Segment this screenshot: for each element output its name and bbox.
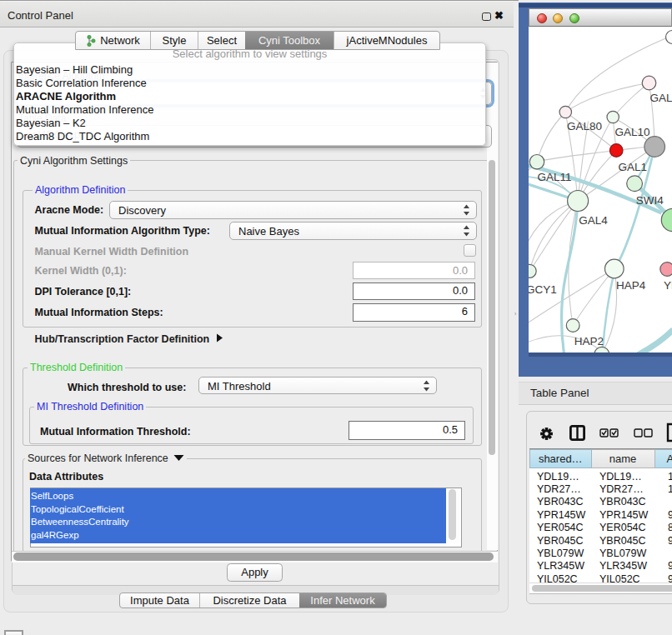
svg-text:GAL1: GAL1	[618, 160, 647, 172]
svg-text:YD: YD	[663, 279, 672, 292]
svg-text:GAL10: GAL10	[614, 125, 649, 138]
svg-text:GAL11: GAL11	[537, 171, 571, 183]
svg-text:GAL80: GAL80	[566, 119, 601, 132]
svg-text:GAL7: GAL7	[649, 91, 672, 103]
svg-text:GCY1: GCY1	[529, 283, 557, 296]
svg-text:HAP2: HAP2	[574, 334, 603, 347]
svg-text:HAP4: HAP4	[616, 279, 646, 292]
svg-text:SWI4: SWI4	[635, 193, 663, 206]
svg-text:GAL4: GAL4	[579, 213, 608, 226]
